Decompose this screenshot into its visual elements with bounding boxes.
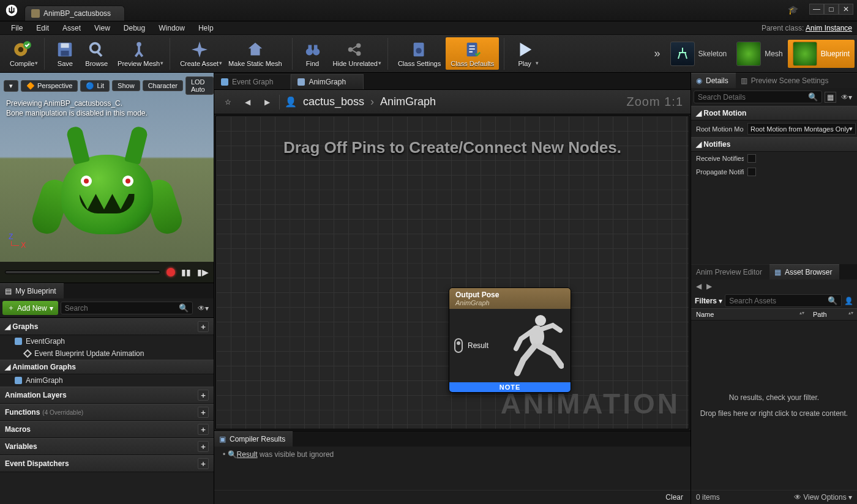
checkbox-receive-notifies[interactable] [747,154,756,163]
add-new-button[interactable]: ＋ Add New ▾ [2,301,58,315]
svg-point-17 [356,43,361,48]
cat-graphs[interactable]: ◢ Graphs＋ [0,318,214,335]
preview-mesh-button[interactable]: Preview Mesh▾ [113,37,165,70]
menu-debug[interactable]: Debug [118,22,151,34]
menu-help[interactable]: Help [192,22,220,34]
tab-preview-scene[interactable]: ▥Preview Scene Settings [736,73,857,88]
animbp-icon [31,9,40,18]
menu-edit[interactable]: Edit [30,22,55,34]
sort-icon: ▴▾ [848,310,853,316]
asset-back-button[interactable]: ◀ [696,282,702,291]
document-tab[interactable]: AnimBP_cactusboss [24,6,125,21]
viewport-options-button[interactable]: ▾ [4,80,18,92]
mode-mesh[interactable]: Mesh [732,40,787,68]
pause-button[interactable]: ▮▮ [181,267,191,277]
add-macro-button[interactable]: ＋ [198,424,209,435]
class-defaults-button[interactable]: Class Defaults [446,37,499,70]
compiler-result-link[interactable]: Result [237,450,258,459]
viewport-show-button[interactable]: Show [112,80,140,91]
search-small-icon: 🔍 [228,450,237,459]
mode-skeleton[interactable]: Skeleton [665,40,732,68]
breadcrumb-leaf[interactable]: AnimGraph [380,95,436,108]
cat-macros[interactable]: Macros＋ [0,421,214,438]
tab-asset-browser[interactable]: ▦Asset Browser [769,264,839,280]
tab-anim-preview-editor[interactable]: Anim Preview Editor [691,264,769,280]
mybp-search-input[interactable]: 🔍 [61,302,193,314]
overflow-chevrons-icon[interactable]: » [649,47,665,60]
menu-view[interactable]: View [88,22,116,34]
parent-class-link[interactable]: Anim Instance [806,24,852,32]
record-button[interactable] [167,268,175,276]
combo-root-mode[interactable]: Root Motion from Montages Only▾ [747,123,856,135]
mode-blueprint[interactable]: Blueprint [788,40,855,68]
skeletal-mesh-icon [129,39,149,60]
asset-fwd-button[interactable]: ▶ [706,282,712,291]
cat-anim-graphs[interactable]: ◢ Animation Graphs [0,360,214,374]
details-search-input[interactable]: 🔍 [694,91,822,103]
compiler-clear-button[interactable]: Clear [665,493,683,502]
nav-fwd-button[interactable]: ▶ [260,95,274,109]
create-asset-button[interactable]: Create Asset▾ [175,37,223,70]
save-all-icon[interactable]: 👤 [844,297,853,305]
save-button[interactable]: Save [50,37,80,70]
preview-viewport[interactable]: ▾ 🔶 Perspective 🔵 Lit Show Character LOD… [0,73,214,283]
filters-button[interactable]: Filters ▾ [695,297,722,305]
visibility-filter-icon[interactable]: 👁▾ [195,304,211,313]
property-matrix-icon[interactable]: ▦ [825,92,836,103]
nav-back-button[interactable]: ◀ [240,95,255,109]
asset-columns[interactable]: Name▴▾ Path▴▾ [691,308,857,321]
play-icon [514,39,535,60]
graph-canvas[interactable]: Drag Off Pins to Create/Connect New Node… [215,116,689,429]
viewport-perspective-button[interactable]: 🔶 Perspective [21,80,78,92]
col-name[interactable]: Name▴▾ [691,309,808,320]
class-settings-button[interactable]: Class Settings [393,37,446,70]
hide-unrelated-button[interactable]: Hide Unrelated▾ [328,37,383,70]
cat-variables[interactable]: Variables＋ [0,438,214,455]
tab-my-blueprint[interactable]: ▤ My Blueprint [0,283,64,298]
pose-pin-icon[interactable] [454,338,463,353]
tab-event-graph[interactable]: Event Graph [214,74,291,89]
menu-window[interactable]: Window [152,22,191,34]
viewport-lod-button[interactable]: LOD Auto [185,76,214,95]
node-output-pose[interactable]: Output Pose AnimGraph Result [449,287,571,393]
step-button[interactable]: ▮▶ [197,267,209,277]
compile-button[interactable]: Compile▾ [5,37,39,70]
cat-functions[interactable]: Functions(4 Overridable)＋ [0,404,214,421]
asset-search-input[interactable]: 🔍 [725,294,842,307]
play-button[interactable]: Play▾ [509,37,540,70]
make-static-mesh-button[interactable]: Make Static Mesh [223,37,286,70]
viewport-character-button[interactable]: Character [143,80,183,91]
find-button[interactable]: Find [298,37,328,70]
item-eventgraph[interactable]: EventGraph [0,335,214,347]
checkbox-propagate-notifies[interactable] [747,168,756,176]
tab-details[interactable]: ◉Details [691,73,736,88]
breadcrumb-root[interactable]: cactus_boss [303,95,364,108]
tab-compiler-results[interactable]: ▣ Compiler Results [214,431,293,447]
add-dispatcher-button[interactable]: ＋ [198,458,209,469]
add-function-button[interactable]: ＋ [198,407,209,418]
graduation-cap-icon[interactable]: 🎓 [788,5,798,15]
menu-file[interactable]: File [5,22,29,34]
asset-empty-area[interactable]: No results, check your filter. Drop file… [691,321,857,490]
minimize-button[interactable]: — [809,4,824,15]
browse-button[interactable]: Browse [80,37,113,70]
cat-root-motion[interactable]: ◢ Root Motion [691,106,857,120]
cat-anim-layers[interactable]: Animation Layers＋ [0,387,214,404]
menu-asset[interactable]: Asset [56,22,87,34]
view-options-button[interactable]: 👁 View Options ▾ [794,493,852,502]
cat-notifies[interactable]: ◢ Notifies [691,137,857,152]
viewport-lit-button[interactable]: 🔵 Lit [80,80,110,92]
item-event-update[interactable]: Event Blueprint Update Animation [0,347,214,360]
item-animgraph[interactable]: AnimGraph [0,374,214,387]
close-button[interactable]: ✕ [839,4,853,15]
tab-anim-graph[interactable]: AnimGraph [291,74,364,89]
timeline-slider[interactable] [5,270,160,274]
visibility-icon[interactable]: 👁▾ [839,93,855,102]
add-graph-button[interactable]: ＋ [198,321,209,332]
cat-dispatchers[interactable]: Event Dispatchers＋ [0,455,214,472]
favorite-star-icon[interactable]: ☆ [220,95,235,109]
add-variable-button[interactable]: ＋ [198,441,209,452]
add-animlayer-button[interactable]: ＋ [198,390,209,401]
maximize-button[interactable]: □ [824,4,839,15]
col-path[interactable]: Path▴▾ [808,309,857,320]
